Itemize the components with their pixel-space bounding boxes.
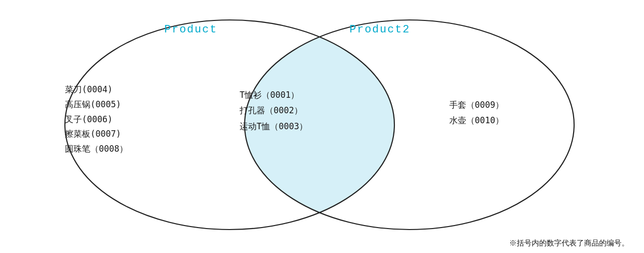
list-item: 打孔器（0002） bbox=[240, 103, 308, 118]
list-item: 擦菜板(0007) bbox=[65, 127, 128, 142]
list-item: 运动T恤（0003） bbox=[240, 119, 308, 134]
venn-diagram: Product Product2 菜刀(0004) 高压锅(0005) 叉子(0… bbox=[15, 5, 629, 240]
list-item: 手套（0009） bbox=[449, 97, 504, 113]
footnote: ※括号内的数字代表了商品的编号。 bbox=[509, 239, 629, 248]
label-product: Product bbox=[164, 23, 217, 36]
list-item: 高压锅(0005) bbox=[65, 97, 128, 112]
list-item: 水壶（0010） bbox=[449, 113, 504, 128]
label-product2: Product2 bbox=[349, 23, 410, 36]
list-item: 圆珠笔（0008） bbox=[65, 142, 128, 157]
list-item: 叉子(0006) bbox=[65, 112, 128, 127]
list-item: 菜刀(0004) bbox=[65, 82, 128, 97]
left-items: 菜刀(0004) 高压锅(0005) 叉子(0006) 擦菜板(0007) 圆珠… bbox=[65, 82, 128, 157]
right-items: 手套（0009） 水壶（0010） bbox=[449, 97, 504, 129]
list-item: T恤衫（0001） bbox=[240, 87, 308, 103]
center-items: T恤衫（0001） 打孔器（0002） 运动T恤（0003） bbox=[240, 87, 308, 134]
